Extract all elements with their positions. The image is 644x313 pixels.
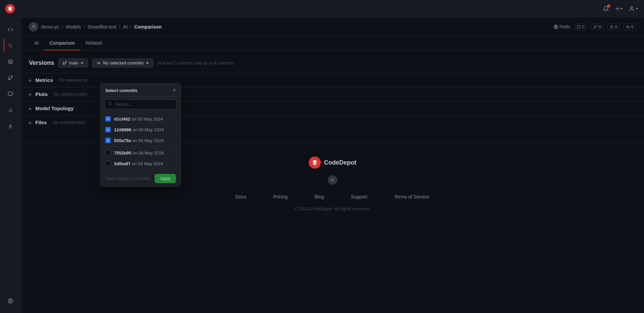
stars-count: 0 — [615, 25, 617, 29]
svg-point-28 — [98, 62, 100, 63]
versions-hint: At least 2 commits and up to 4 commits. — [157, 60, 235, 65]
forks-count: 0 — [599, 25, 601, 29]
svg-point-14 — [33, 25, 35, 27]
branch-selector[interactable]: main — [58, 58, 88, 68]
model-topology-title[interactable]: Model Topology — [35, 105, 74, 111]
files-hint: No selected files — [53, 120, 85, 125]
footer-link-docs[interactable]: Docs — [235, 194, 246, 199]
top-navigation: · — [0, 0, 644, 17]
sidebar-item-deploy[interactable] — [4, 120, 17, 133]
watchers-count: 0 — [631, 25, 634, 29]
svg-point-27 — [63, 63, 64, 64]
commit-info-0: d1cf462 on 03 May 2024 — [114, 117, 163, 122]
nav-left — [5, 4, 15, 13]
sidebar-item-branches[interactable] — [4, 71, 17, 85]
app-logo[interactable] — [5, 4, 15, 13]
commit-item-0[interactable]: d1cf462 on 03 May 2024 — [101, 114, 181, 124]
forks-stat[interactable]: 0 — [591, 24, 603, 30]
versions-section: Versions main No selected commits — [21, 50, 644, 68]
branch-label: main — [69, 60, 78, 65]
commit-list: d1cf462 on 03 May 2024 12d9699 on 06 May… — [101, 112, 181, 170]
commit-checkbox-4[interactable] — [105, 161, 111, 166]
search-input-wrap — [105, 99, 177, 109]
svg-point-21 — [596, 25, 597, 26]
sidebar-item-analytics[interactable] — [4, 103, 17, 117]
breadcrumb-org[interactable]: demo-yc — [41, 24, 59, 30]
footer-link-blog[interactable]: Blog — [314, 194, 324, 199]
metrics-chevron[interactable]: ▶ — [29, 78, 32, 83]
commit-item-2[interactable]: 020a75a on 06 May 2024 — [101, 135, 181, 146]
plots-title[interactable]: Plots — [35, 91, 48, 97]
commit-date-1b: on 06 May 2024 — [132, 127, 164, 132]
user-menu-button[interactable] — [629, 6, 639, 12]
commit-date-4b: on 03 May 2024 — [132, 161, 163, 166]
issues-stat[interactable]: 0 — [574, 24, 587, 30]
commit-hash-2: 020a75a — [114, 138, 131, 143]
svg-point-6 — [8, 79, 10, 80]
commit-checkbox-2[interactable] — [105, 138, 111, 143]
model-topology-chevron[interactable]: ▶ — [29, 106, 32, 111]
sidebar-item-registry[interactable] — [4, 87, 17, 101]
breadcrumb-section[interactable]: AI — [123, 24, 127, 30]
svg-marker-3 — [8, 59, 12, 62]
breadcrumb-sep2: / — [84, 24, 85, 30]
notification-badge: · — [607, 4, 610, 8]
commit-item-3[interactable]: 7552b95 on 06 May 2024 — [101, 147, 181, 158]
metrics-hint: No selected m — [59, 78, 87, 83]
tab-ai[interactable]: AI — [29, 36, 44, 50]
sidebar-item-code[interactable] — [4, 23, 17, 36]
footer-social-linkedin[interactable]: in — [328, 175, 337, 185]
notifications-button[interactable]: · — [603, 6, 609, 12]
sidebar-item-activity[interactable] — [4, 39, 17, 52]
files-chevron[interactable]: ▶ — [29, 120, 32, 125]
commit-info-3: 7552b95 on 06 May 2024 — [114, 150, 164, 155]
apply-button[interactable]: Apply — [155, 174, 176, 183]
tab-related[interactable]: Related — [80, 36, 107, 50]
commit-checkbox-0[interactable] — [105, 116, 111, 122]
breadcrumb-subrepo[interactable]: SmartBot-test — [88, 24, 117, 30]
repo-stats: Public 0 0 0 — [554, 24, 636, 30]
commits-selector[interactable]: No selected commits — [92, 58, 153, 68]
plots-hint: No selected plots — [54, 92, 87, 97]
versions-header: Versions main No selected commits — [29, 58, 636, 68]
commit-info-2: 020a75a on 06 May 2024 — [114, 138, 163, 143]
create-button[interactable] — [614, 6, 623, 12]
dropdown-close-button[interactable]: × — [173, 88, 176, 93]
breadcrumb-repo[interactable]: Models — [66, 24, 81, 30]
footer-link-pricing[interactable]: Pricing — [273, 194, 288, 199]
org-avatar — [29, 22, 38, 32]
files-title[interactable]: Files — [35, 120, 47, 125]
dropdown-search — [101, 97, 181, 112]
watchers-stat[interactable]: 0 — [623, 24, 636, 30]
commit-date-3b: on 06 May 2024 — [132, 150, 164, 155]
commit-checkbox-3[interactable] — [105, 150, 111, 155]
dropdown-footer-hint: Select at least 2 commits — [105, 176, 150, 181]
sidebar-item-models[interactable] — [4, 55, 17, 69]
commit-item-4[interactable]: 3dfba97 on 03 May 2024 — [101, 158, 181, 169]
tab-comparison[interactable]: Comparison — [44, 36, 80, 50]
commit-date-0b: on 03 May 2024 — [131, 117, 163, 122]
sidebar-item-settings[interactable] — [4, 294, 17, 308]
footer-brand: CodeDepot — [309, 156, 356, 169]
stars-stat[interactable]: 0 — [607, 24, 620, 30]
nav-right: · — [603, 6, 639, 12]
metrics-title[interactable]: Metrics — [35, 77, 53, 83]
plots-chevron[interactable]: ▶ — [29, 92, 32, 97]
left-sidebar — [0, 17, 21, 313]
issues-count: 0 — [582, 25, 584, 29]
commit-hash-3: 7552b95 — [114, 150, 131, 155]
svg-point-26 — [65, 61, 66, 62]
commit-item-1[interactable]: 12d9699 on 06 May 2024 — [101, 124, 181, 135]
footer-link-support[interactable]: Support — [351, 194, 367, 199]
svg-point-22 — [594, 27, 595, 28]
svg-marker-23 — [610, 25, 613, 29]
visibility-badge: Public — [554, 25, 571, 29]
breadcrumb: demo-yc / Models / SmartBot-test / AI / … — [21, 17, 644, 36]
commit-info-4: 3dfba97 on 03 May 2024 — [114, 161, 163, 166]
commit-checkbox-1[interactable] — [105, 127, 111, 132]
breadcrumb-current: Comparison — [134, 24, 162, 30]
versions-title: Versions — [29, 59, 54, 66]
breadcrumb-sep3: / — [119, 24, 120, 30]
footer-link-tos[interactable]: Terms of Service — [394, 194, 429, 199]
search-input[interactable] — [115, 102, 173, 107]
